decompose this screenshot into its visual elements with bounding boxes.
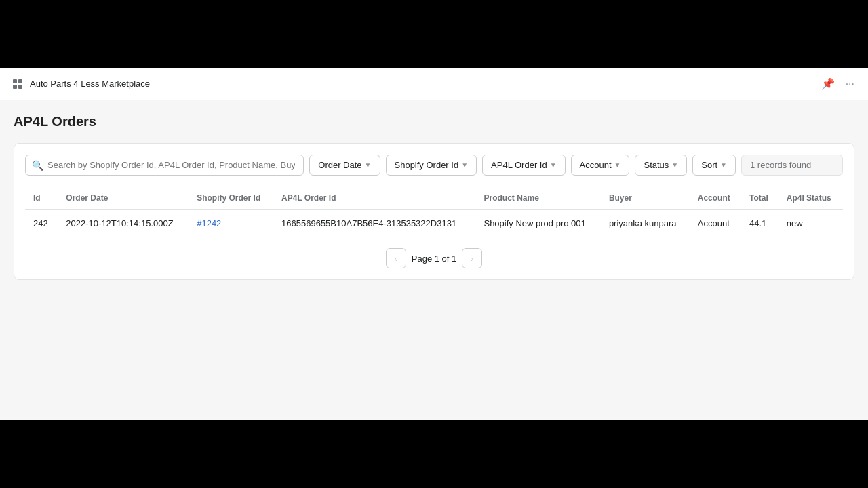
filters-row: 🔍 Order Date ▼ Shopify Order Id ▼ AP4L O…	[25, 155, 843, 176]
nav-left: Auto Parts 4 Less Marketplace	[11, 77, 150, 91]
shopify-order-id-filter[interactable]: Shopify Order Id ▼	[386, 155, 477, 176]
cell-product-name: Shopify New prod pro 001	[475, 210, 600, 237]
sort-filter[interactable]: Sort ▼	[692, 155, 736, 176]
cell-total: 44.1	[741, 210, 778, 237]
more-options-icon[interactable]: ···	[843, 75, 857, 93]
account-filter[interactable]: Account ▼	[571, 155, 630, 176]
chevron-down-icon: ▼	[550, 161, 557, 169]
cell-buyer: priyanka kunpara	[601, 210, 690, 237]
cell-account: Account	[690, 210, 741, 237]
app-title: Auto Parts 4 Less Marketplace	[30, 79, 150, 89]
search-input[interactable]	[25, 155, 304, 176]
col-product-name: Product Name	[475, 186, 600, 210]
page-title: AP4L Orders	[14, 114, 854, 129]
svg-rect-2	[13, 85, 17, 89]
shopify-order-link[interactable]: #1242	[197, 218, 221, 228]
page-info: Page 1 of 1	[412, 253, 457, 264]
chevron-down-icon: ▼	[614, 161, 621, 169]
top-nav: Auto Parts 4 Less Marketplace 📌 ···	[0, 68, 868, 100]
col-order-date: Order Date	[58, 186, 189, 210]
cell-ap4l-order-id: 1665569655B10A7B56E4-313535322D3131	[273, 210, 475, 237]
col-account: Account	[690, 186, 741, 210]
ap4l-order-id-filter[interactable]: AP4L Order Id ▼	[482, 155, 566, 176]
records-count: 1 records found	[741, 155, 843, 176]
cell-ap4l-status: new	[778, 210, 843, 237]
col-ap4l-status: Ap4l Status	[778, 186, 843, 210]
status-filter[interactable]: Status ▼	[635, 155, 687, 176]
search-wrapper: 🔍	[25, 155, 304, 176]
col-total: Total	[741, 186, 778, 210]
app-icon	[11, 77, 24, 91]
chevron-down-icon: ▼	[461, 161, 468, 169]
prev-page-button[interactable]: ‹	[386, 248, 406, 268]
svg-rect-0	[13, 79, 17, 83]
nav-right: 📌 ···	[818, 75, 857, 93]
pagination: ‹ Page 1 of 1 ›	[25, 248, 843, 268]
next-page-button[interactable]: ›	[462, 248, 482, 268]
col-buyer: Buyer	[601, 186, 690, 210]
col-shopify-order-id: Shopify Order Id	[189, 186, 273, 210]
pin-icon[interactable]: 📌	[818, 75, 837, 93]
col-ap4l-order-id: AP4L Order Id	[273, 186, 475, 210]
orders-card: 🔍 Order Date ▼ Shopify Order Id ▼ AP4L O…	[14, 143, 854, 280]
svg-rect-1	[18, 79, 22, 83]
col-id: Id	[25, 186, 58, 210]
orders-table: Id Order Date Shopify Order Id AP4L Orde…	[25, 186, 843, 237]
table-row: 242 2022-10-12T10:14:15.000Z #1242 16655…	[25, 210, 843, 237]
chevron-down-icon: ▼	[720, 161, 727, 169]
svg-rect-3	[18, 85, 22, 89]
cell-order-date: 2022-10-12T10:14:15.000Z	[58, 210, 189, 237]
order-date-filter[interactable]: Order Date ▼	[309, 155, 380, 176]
cell-id: 242	[25, 210, 58, 237]
page-content: AP4L Orders 🔍 Order Date ▼ Shopify Order…	[0, 100, 868, 293]
search-icon: 🔍	[32, 160, 43, 171]
table-header-row: Id Order Date Shopify Order Id AP4L Orde…	[25, 186, 843, 210]
chevron-down-icon: ▼	[671, 161, 678, 169]
cell-shopify-order-id[interactable]: #1242	[189, 210, 273, 237]
chevron-down-icon: ▼	[365, 161, 372, 169]
